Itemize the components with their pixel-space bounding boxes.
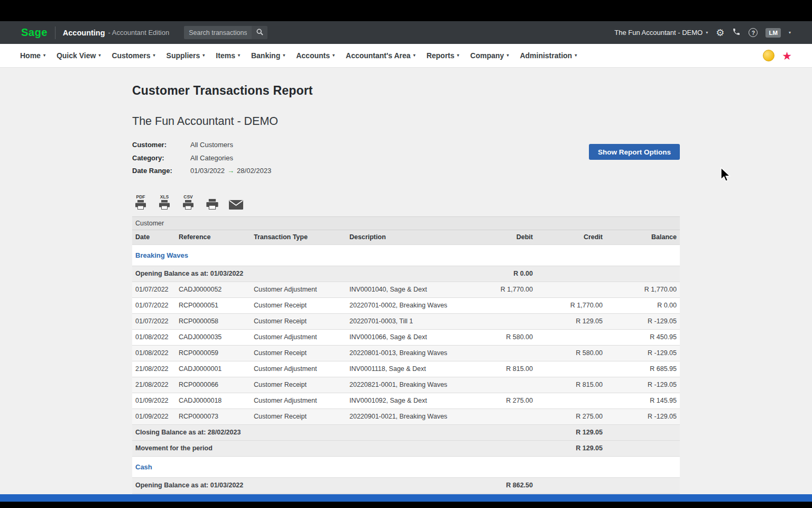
cell-reference: CADJ0000052: [179, 286, 254, 293]
cell-description: INV0001092, Sage & Dext: [349, 397, 465, 404]
nav-item-accounts[interactable]: Accounts▾: [296, 51, 335, 60]
summary-label: Movement for the period: [132, 444, 465, 452]
nav-item-label: Accountant's Area: [346, 51, 411, 60]
nav-item-reports[interactable]: Reports▾: [427, 51, 459, 60]
printer-icon: [159, 200, 170, 212]
email-button[interactable]: [227, 200, 244, 212]
filter-value: All Customers: [190, 141, 233, 149]
nav-item-label: Suppliers: [167, 51, 200, 60]
chevron-down-icon: ▾: [575, 53, 577, 58]
column-header-date: Date: [132, 233, 179, 241]
export-xls-label: XLS: [160, 194, 169, 199]
summary-debit: R 0.00: [465, 270, 536, 277]
filter-value: All Categories: [190, 154, 233, 162]
column-header-ref: Reference: [179, 233, 254, 241]
chevron-down-icon: ▾: [202, 53, 205, 58]
help-icon[interactable]: ?: [749, 28, 758, 37]
cell-date: 01/09/2022: [132, 397, 179, 404]
customer-link[interactable]: Cash: [132, 463, 679, 471]
printer-icon: [135, 200, 146, 212]
filter-label: Date Range:: [132, 167, 190, 175]
nav-item-label: Reports: [427, 51, 455, 60]
transaction-row: 01/07/2022CADJ0000052Customer Adjustment…: [132, 282, 680, 298]
nav-item-accountant-s-area[interactable]: Accountant's Area▾: [346, 51, 416, 60]
nav-item-label: Items: [216, 51, 235, 60]
edition-label: - Accountant Edition: [108, 29, 170, 37]
cell-description: INV0001118, Sage & Dext: [349, 365, 465, 373]
search-box[interactable]: [184, 26, 267, 39]
cell-balance: R 1,770.00: [605, 286, 679, 293]
table-column-header-row: DateReferenceTransaction TypeDescription…: [132, 230, 680, 245]
chevron-down-icon: ▾: [153, 53, 155, 58]
filter-customer: Customer: All Customers: [132, 141, 271, 154]
opening-balance-row: Opening Balance as at: 01/03/2022R 0.00: [132, 266, 680, 282]
cell-type: Customer Receipt: [254, 318, 349, 325]
chevron-down-icon: ▾: [43, 53, 45, 58]
search-input[interactable]: [184, 26, 252, 39]
customer-link[interactable]: Breaking Waves: [132, 251, 679, 259]
cell-debit: R 1,770.00: [465, 286, 536, 293]
cell-date: 01/07/2022: [132, 286, 179, 293]
avatar[interactable]: LM: [765, 28, 781, 38]
cell-description: INV0001040, Sage & Dext: [349, 286, 465, 293]
cell-description: 20220701-0002, Breaking Waves: [349, 302, 465, 309]
cell-balance: R 450.95: [605, 333, 679, 341]
export-csv-button[interactable]: CSV: [180, 194, 197, 212]
nav-item-banking[interactable]: Banking▾: [251, 51, 285, 60]
print-button[interactable]: [204, 199, 220, 212]
nav-item-home[interactable]: Home▾: [20, 51, 45, 60]
letterbox-bottom: [0, 502, 812, 508]
report: Customer Transactions Report The Fun Acc…: [132, 68, 680, 494]
cell-reference: CADJ0000018: [179, 397, 254, 404]
nav-item-customers[interactable]: Customers▾: [112, 51, 155, 60]
search-button[interactable]: [252, 26, 267, 39]
chevron-down-icon: ▾: [506, 53, 509, 58]
cell-credit: R 580.00: [536, 349, 605, 357]
chevron-down-icon: ▾: [238, 53, 240, 58]
filter-date-range: Date Range: 01/03/2022 → 28/02/2023: [132, 167, 271, 180]
column-header-type: Transaction Type: [254, 233, 349, 241]
cell-balance: R -129.05: [605, 381, 679, 388]
customer-section-row: Breaking Waves: [132, 245, 680, 266]
cell-credit: R 815.00: [536, 381, 605, 388]
letterbox-top: [0, 0, 812, 21]
cell-date: 01/08/2022: [132, 333, 179, 341]
cell-type: Customer Adjustment: [254, 286, 349, 293]
nav-item-suppliers[interactable]: Suppliers▾: [167, 51, 205, 60]
opening-balance-row: Opening Balance as at: 01/03/2022R 862.5…: [132, 478, 680, 494]
transaction-row: 01/09/2022CADJ0000018Customer Adjustment…: [132, 393, 680, 409]
summary-credit: R 129.05: [536, 429, 605, 436]
date-from: 01/03/2022: [190, 167, 225, 175]
export-pdf-button[interactable]: PDF: [132, 194, 149, 212]
phone-icon[interactable]: [732, 28, 741, 38]
show-report-options-button[interactable]: Show Report Options: [589, 144, 680, 160]
cell-reference: RCP0000051: [179, 302, 254, 309]
app-name: Accounting: [63, 29, 105, 37]
export-xls-button[interactable]: XLS: [156, 194, 173, 212]
chevron-down-icon[interactable]: ▾: [789, 31, 791, 35]
summary-label: Closing Balance as at: 28/02/2023: [132, 429, 465, 436]
nav-item-quick-view[interactable]: Quick View▾: [57, 51, 100, 60]
cell-type: Customer Receipt: [254, 302, 349, 309]
summary-label: Opening Balance as at: 01/03/2022: [132, 270, 465, 277]
transaction-row: 01/08/2022CADJ0000035Customer Adjustment…: [132, 330, 680, 346]
cell-description: 20220821-0001, Breaking Waves: [349, 381, 465, 388]
date-to: 28/02/2023: [237, 167, 271, 175]
search-icon: [256, 29, 263, 37]
chevron-down-icon: ▾: [98, 53, 100, 58]
nav-item-items[interactable]: Items▾: [216, 51, 240, 60]
favorites-star-icon[interactable]: ★: [782, 50, 792, 61]
nav-item-company[interactable]: Company▾: [470, 51, 509, 60]
settings-gear-icon[interactable]: ⚙: [716, 28, 724, 38]
chevron-down-icon: ▾: [706, 31, 708, 35]
cell-debit: R 815.00: [465, 365, 536, 373]
summary-label: Opening Balance as at: 01/03/2022: [132, 482, 465, 489]
company-selector[interactable]: The Fun Accountant - DEMO ▾: [614, 29, 708, 37]
cell-balance: R 0.00: [605, 302, 679, 309]
filter-category: Category: All Categories: [132, 154, 271, 167]
nav-item-administration[interactable]: Administration▾: [520, 51, 577, 60]
cell-reference: RCP0000058: [179, 318, 254, 325]
chevron-down-icon: ▾: [457, 53, 459, 58]
rewards-coin-icon[interactable]: [763, 50, 774, 61]
export-toolbar: PDF XLS CSV: [132, 194, 680, 216]
